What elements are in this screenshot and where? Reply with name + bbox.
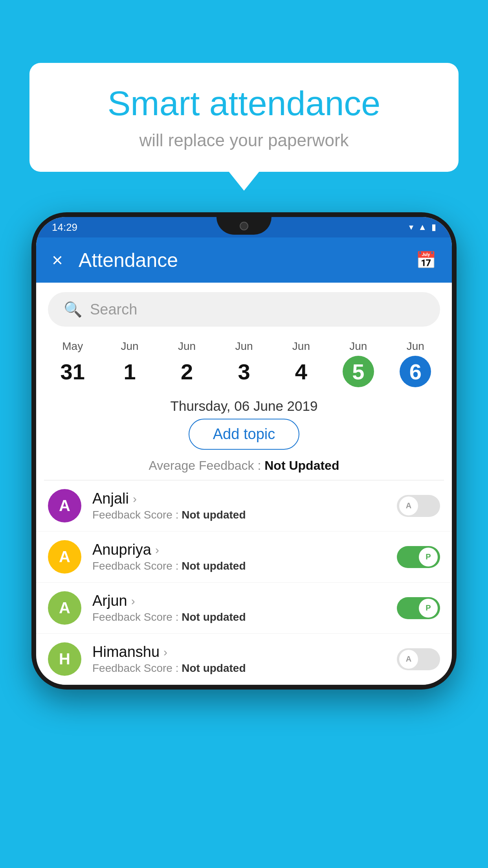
list-item[interactable]: H Himanshu › Feedback Score : Not update…	[36, 634, 452, 685]
date-cell-jun4[interactable]: Jun 4	[273, 340, 330, 387]
average-feedback: Average Feedback : Not Updated	[36, 458, 452, 473]
speech-bubble: Smart attendance will replace your paper…	[29, 63, 459, 172]
date-num: 1	[114, 356, 145, 387]
date-cell-jun5[interactable]: Jun 5	[330, 340, 387, 387]
add-topic-button[interactable]: Add topic	[189, 419, 299, 450]
date-num: 2	[171, 356, 203, 387]
close-button[interactable]: ×	[52, 249, 63, 271]
student-name: Anupriya ›	[92, 541, 397, 558]
feedback-value: Not updated	[182, 560, 246, 572]
status-icons: ▾ ▲ ▮	[409, 222, 436, 232]
student-info: Anjali › Feedback Score : Not updated	[92, 490, 397, 521]
date-month: Jun	[387, 340, 444, 353]
chevron-right-icon: ›	[163, 645, 167, 659]
search-bar[interactable]: 🔍 Search	[48, 292, 440, 327]
bubble-title: Smart attendance	[49, 85, 439, 123]
list-item[interactable]: A Anupriya › Feedback Score : Not update…	[36, 531, 452, 583]
date-month: Jun	[158, 340, 215, 353]
feedback-value: Not updated	[182, 509, 246, 521]
toggle-knob: A	[399, 497, 418, 515]
toggle-knob: P	[419, 548, 438, 566]
date-month: Jun	[215, 340, 272, 353]
student-name: Anjali ›	[92, 490, 397, 507]
student-name-text: Himanshu	[92, 644, 160, 660]
avatar: A	[48, 540, 81, 574]
chevron-right-icon: ›	[133, 492, 137, 506]
status-time: 14:29	[52, 221, 77, 234]
student-name: Himanshu ›	[92, 644, 397, 660]
student-name-text: Anjali	[92, 490, 129, 507]
date-num: 3	[228, 356, 260, 387]
app-bar-title: Attendance	[79, 249, 416, 272]
calendar-icon[interactable]: 📅	[416, 250, 436, 270]
student-info: Himanshu › Feedback Score : Not updated	[92, 644, 397, 675]
selected-date-label: Thursday, 06 June 2019	[36, 398, 452, 414]
attendance-toggle[interactable]: A	[397, 495, 440, 517]
average-feedback-label: Average Feedback :	[149, 458, 261, 473]
average-feedback-value: Not Updated	[264, 458, 339, 473]
search-icon: 🔍	[64, 301, 82, 318]
signal-icon: ▲	[418, 222, 427, 232]
student-name: Arjun ›	[92, 592, 397, 609]
avatar: A	[48, 489, 81, 522]
feedback-value: Not updated	[182, 662, 246, 674]
date-cell-may31[interactable]: May 31	[44, 340, 101, 387]
date-cell-jun1[interactable]: Jun 1	[101, 340, 158, 387]
chevron-right-icon: ›	[131, 594, 135, 608]
student-info: Anupriya › Feedback Score : Not updated	[92, 541, 397, 572]
date-cell-jun2[interactable]: Jun 2	[158, 340, 215, 387]
bubble-subtitle: will replace your paperwork	[49, 131, 439, 150]
attendance-toggle[interactable]: P	[397, 546, 440, 568]
camera-dot	[240, 222, 248, 230]
battery-icon: ▮	[431, 222, 436, 232]
list-item[interactable]: A Anjali › Feedback Score : Not updated …	[36, 480, 452, 531]
date-num-selected: 6	[400, 356, 431, 387]
toggle-knob: P	[419, 599, 438, 618]
student-name-text: Arjun	[92, 592, 127, 609]
date-month: Jun	[273, 340, 330, 353]
date-num-today: 5	[343, 356, 374, 387]
wifi-icon: ▾	[409, 222, 413, 232]
list-item[interactable]: A Arjun › Feedback Score : Not updated P	[36, 583, 452, 634]
phone-screen: 14:29 ▾ ▲ ▮ × Attendance 📅 🔍 Search	[36, 217, 452, 685]
date-strip: May 31 Jun 1 Jun 2 Jun 3 Jun 4	[36, 336, 452, 391]
avatar: H	[48, 642, 81, 676]
student-feedback: Feedback Score : Not updated	[92, 662, 397, 675]
phone-wrapper: 14:29 ▾ ▲ ▮ × Attendance 📅 🔍 Search	[31, 212, 457, 868]
student-feedback: Feedback Score : Not updated	[92, 509, 397, 521]
attendance-toggle[interactable]: A	[397, 648, 440, 670]
date-month: May	[44, 340, 101, 353]
chevron-right-icon: ›	[155, 543, 159, 557]
date-cell-jun3[interactable]: Jun 3	[215, 340, 272, 387]
toggle-knob: A	[399, 650, 418, 669]
feedback-value: Not updated	[182, 611, 246, 623]
student-info: Arjun › Feedback Score : Not updated	[92, 592, 397, 623]
date-month: Jun	[101, 340, 158, 353]
date-cell-jun6[interactable]: Jun 6	[387, 340, 444, 387]
phone-frame: 14:29 ▾ ▲ ▮ × Attendance 📅 🔍 Search	[31, 212, 457, 690]
student-name-text: Anupriya	[92, 541, 151, 558]
date-num: 4	[285, 356, 317, 387]
student-feedback: Feedback Score : Not updated	[92, 560, 397, 572]
date-num: 31	[57, 356, 88, 387]
date-month: Jun	[330, 340, 387, 353]
search-placeholder: Search	[90, 301, 137, 318]
avatar: A	[48, 591, 81, 625]
student-feedback: Feedback Score : Not updated	[92, 611, 397, 623]
attendance-toggle[interactable]: P	[397, 597, 440, 619]
app-bar: × Attendance 📅	[36, 237, 452, 283]
